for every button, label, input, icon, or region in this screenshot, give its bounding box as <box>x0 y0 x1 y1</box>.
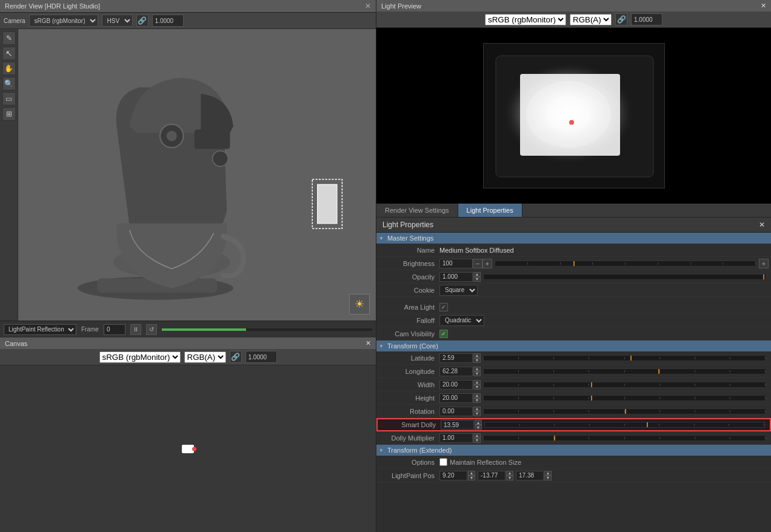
latitude-slider[interactable] <box>483 355 766 361</box>
pos-x-up[interactable]: ▲ <box>468 471 475 476</box>
dolly-multiplier-down-btn[interactable]: ▼ <box>473 438 481 443</box>
falloff-select[interactable]: Quadratic <box>439 315 484 326</box>
cam-visibility-icon[interactable]: ✓ <box>439 330 448 338</box>
canvas-colorspace-select[interactable]: sRGB (rgbMonitor) <box>99 351 181 363</box>
width-input[interactable] <box>439 380 473 390</box>
latitude-down-btn[interactable]: ▼ <box>473 358 481 363</box>
longitude-up-btn[interactable]: ▲ <box>473 367 481 371</box>
lightpaint-pos-x[interactable] <box>439 471 467 480</box>
opacity-up-btn[interactable]: ▲ <box>473 272 481 277</box>
canvas-mode-select[interactable]: RGB(A) <box>184 351 226 363</box>
latitude-stepper: ▲ ▼ <box>473 353 481 363</box>
rotation-input[interactable] <box>439 407 473 416</box>
opacity-input[interactable] <box>439 272 473 282</box>
master-settings-header: ▼ Master Settings <box>376 233 771 244</box>
arrow-tool-btn[interactable]: ↖ <box>2 47 16 60</box>
pos-z-up[interactable]: ▲ <box>544 471 552 476</box>
pos-z-down[interactable]: ▼ <box>544 476 552 480</box>
opacity-slider[interactable] <box>483 274 766 280</box>
lightpaint-pos-y[interactable] <box>478 471 506 480</box>
width-up-btn[interactable]: ▲ <box>473 380 481 385</box>
opacity-stepper: ▲ ▼ <box>473 272 481 282</box>
height-up-btn[interactable]: ▲ <box>473 393 481 398</box>
brightness-plus-btn[interactable]: + <box>482 259 492 268</box>
render-view-toolbar: Camera sRGB (rgbMonitor) HSV 🔗 <box>0 13 376 29</box>
svg-point-6 <box>213 151 229 167</box>
dolly-multiplier-up-btn[interactable]: ▲ <box>473 433 481 438</box>
svg-rect-7 <box>195 130 230 149</box>
longitude-down-btn[interactable]: ▼ <box>473 371 481 376</box>
rotation-slider[interactable] <box>483 408 766 414</box>
svg-point-14 <box>526 81 611 148</box>
brightness-slider[interactable] <box>495 261 756 267</box>
smart-dolly-down-btn[interactable]: ▼ <box>475 425 482 430</box>
rect-tool-btn[interactable]: ▭ <box>2 92 16 105</box>
latitude-tick <box>630 356 632 361</box>
longitude-slider[interactable] <box>483 368 766 374</box>
render-view-window: Render View [HDR Light Studio] ✕ Camera … <box>0 0 376 337</box>
preview-value-input[interactable] <box>631 13 663 25</box>
brightness-minus-btn[interactable]: − <box>473 259 482 268</box>
dolly-multiplier-stepper: ▲ ▼ <box>473 433 481 443</box>
pencil-tool-btn[interactable]: ✎ <box>2 32 16 45</box>
height-down-btn[interactable]: ▼ <box>473 398 481 403</box>
props-close-icon[interactable]: ✕ <box>759 221 765 229</box>
name-row: Name Medium Softbox Diffused <box>376 244 771 257</box>
latitude-up-btn[interactable]: ▲ <box>473 353 481 358</box>
smart-dolly-up-btn[interactable]: ▲ <box>475 420 482 425</box>
options-row: Options Maintain Reflection Size <box>376 456 771 469</box>
preview-mode-select[interactable]: RGB(A) <box>570 14 612 25</box>
sun-icon-btn[interactable]: ☀ <box>349 294 370 314</box>
pos-y-down[interactable]: ▼ <box>506 476 513 480</box>
link-icon[interactable]: 🔗 <box>136 15 149 27</box>
width-slider[interactable] <box>483 382 766 388</box>
height-slider[interactable] <box>483 395 766 401</box>
pos-y-up[interactable]: ▲ <box>506 471 513 476</box>
falloff-label: Falloff <box>379 317 439 324</box>
value-input[interactable] <box>152 15 184 27</box>
mode-select[interactable]: HSV <box>102 15 133 27</box>
dolly-multiplier-input[interactable] <box>439 433 473 443</box>
lightpaint-pos-z[interactable] <box>516 471 544 480</box>
hand-tool-btn[interactable]: ✋ <box>2 62 16 75</box>
rotation-down-btn[interactable]: ▼ <box>473 411 481 416</box>
render-view-close-btn[interactable]: ✕ <box>365 2 371 10</box>
canvas-toolbar: sRGB (rgbMonitor) RGB(A) 🔗 <box>0 349 376 365</box>
width-stepper: ▲ ▼ <box>473 380 481 390</box>
area-light-checkbox[interactable]: ✓ <box>439 303 448 311</box>
cookie-select[interactable]: Square <box>439 285 478 296</box>
smart-dolly-slider[interactable] <box>484 422 765 428</box>
rotation-up-btn[interactable]: ▲ <box>473 407 481 411</box>
brightness-input[interactable] <box>439 259 473 268</box>
brightness-label: Brightness <box>379 260 439 267</box>
opacity-down-btn[interactable]: ▼ <box>473 277 481 282</box>
dolly-multiplier-tick <box>554 436 555 441</box>
refresh-btn[interactable]: ↺ <box>146 324 157 335</box>
maintain-reflection-checkbox[interactable] <box>439 458 447 466</box>
tab-render-view-settings[interactable]: Render View Settings <box>376 204 458 217</box>
tab-light-properties[interactable]: Light Properties <box>458 204 522 217</box>
preview-colorspace-select[interactable]: sRGB (rgbMonitor) <box>485 14 566 25</box>
dolly-multiplier-label: Dolly Multiplier <box>379 434 439 442</box>
brightness-max-btn[interactable]: + <box>759 259 769 268</box>
longitude-input[interactable] <box>439 367 473 376</box>
pos-x-down[interactable]: ▼ <box>468 476 475 480</box>
width-down-btn[interactable]: ▼ <box>473 385 481 390</box>
light-preview-close[interactable]: ✕ <box>761 2 766 10</box>
pause-btn[interactable]: ⏸ <box>130 324 141 335</box>
zoom-tool-btn[interactable]: 🔍 <box>2 77 16 90</box>
canvas-value-input[interactable] <box>245 351 277 363</box>
canvas-link-icon[interactable]: 🔗 <box>230 351 242 363</box>
latitude-input[interactable] <box>439 353 473 363</box>
svg-point-15 <box>569 120 574 125</box>
height-input[interactable] <box>439 393 473 403</box>
dolly-multiplier-slider[interactable] <box>483 435 766 441</box>
lightpaint-dropdown[interactable]: LightPaint Reflection <box>4 324 76 335</box>
smart-dolly-input[interactable] <box>441 420 474 430</box>
crop-tool-btn[interactable]: ⊞ <box>2 107 16 121</box>
frame-input[interactable] <box>104 324 125 335</box>
color-space-select[interactable]: sRGB (rgbMonitor) <box>29 15 98 27</box>
preview-link-icon[interactable]: 🔗 <box>615 13 627 25</box>
rotation-stepper: ▲ ▼ <box>473 407 481 416</box>
canvas-close-btn[interactable]: ✕ <box>365 339 371 347</box>
